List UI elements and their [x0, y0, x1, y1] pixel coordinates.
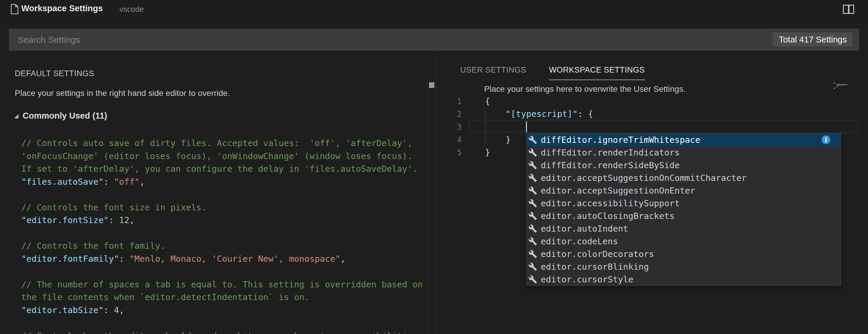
text-cursor — [526, 121, 527, 132]
wrench-icon — [528, 174, 537, 182]
left-scrollbar-track[interactable] — [427, 81, 436, 334]
wrench-icon — [528, 237, 537, 246]
split-editor-icon[interactable] — [843, 5, 854, 14]
suggest-item-label: editor.autoIndent — [541, 224, 628, 234]
minimap — [836, 86, 838, 87]
section-commonly-used[interactable]: ◢Commonly Used (11) — [14, 111, 107, 121]
suggest-item-label: editor.acceptSuggestionOnCommitCharacter — [541, 173, 747, 183]
default-settings-description: Place your settings in the right hand si… — [15, 89, 230, 98]
suggest-item[interactable]: editor.acceptSuggestionOnCommitCharacter — [526, 172, 841, 184]
collapse-triangle-icon: ◢ — [14, 113, 19, 119]
suggest-widget: diffEditor.ignoreTrimWhitespacei diffEdi… — [526, 133, 841, 286]
wrench-icon — [528, 224, 537, 233]
suggest-item-label: diffEditor.renderSideBySide — [541, 160, 680, 170]
suggest-item[interactable]: diffEditor.renderIndicators — [526, 146, 841, 159]
code-line: // Controls how the editor should render… — [21, 330, 427, 334]
info-icon[interactable]: i — [822, 135, 830, 144]
editor-line: 2 "[typescript]": { — [437, 108, 868, 120]
line-number: 4 — [437, 133, 462, 146]
total-settings-badge: Total 417 Settings — [773, 32, 852, 47]
suggest-item[interactable]: editor.autoIndent — [526, 222, 841, 235]
file-icon — [11, 4, 19, 14]
suggest-item[interactable]: diffEditor.renderSideBySide — [526, 159, 841, 172]
section-label: Commonly Used (11) — [23, 111, 107, 120]
editor-line: 1{ — [437, 95, 868, 108]
minimap — [834, 88, 835, 89]
tab-workspace-settings[interactable]: WORKSPACE SETTINGS — [549, 65, 645, 80]
minimap — [846, 84, 847, 85]
code-line: "files.autoSave": "off", — [21, 176, 427, 188]
code-line: 'onFocusChange' (editor loses focus), 'o… — [21, 150, 427, 163]
code-line: If set to 'afterDelay', you can configur… — [21, 162, 427, 176]
wrench-icon — [528, 148, 537, 157]
line-number: 1 — [437, 95, 462, 108]
line-number: 3 — [437, 121, 462, 133]
editor-line: 3 — [437, 121, 868, 133]
settings-search-bar: Total 417 Settings — [9, 29, 859, 51]
suggest-item[interactable]: editor.colorDecorators — [526, 247, 841, 260]
default-settings-editor[interactable]: // Controls auto save of dirty files. Ac… — [21, 137, 427, 334]
code-line — [21, 265, 427, 278]
wrench-icon — [528, 199, 537, 208]
suggest-item[interactable]: diffEditor.ignoreTrimWhitespacei — [526, 133, 841, 146]
suggest-item-label: editor.acceptSuggestionOnEnter — [541, 186, 695, 195]
suggest-item-label: editor.codeLens — [541, 236, 618, 246]
left-scrollbar-thumb[interactable] — [429, 82, 434, 88]
wrench-icon — [528, 212, 537, 220]
suggest-item[interactable]: editor.cursorBlinking — [526, 260, 841, 273]
suggest-item-label: editor.cursorStyle — [541, 274, 633, 284]
code-line: // Controls the font family. — [21, 240, 427, 252]
line-number: 2 — [437, 108, 462, 120]
code-line: "editor.tabSize": 4, — [21, 304, 427, 317]
suggest-item-label: editor.colorDecorators — [541, 249, 654, 259]
suggest-item[interactable]: editor.autoClosingBrackets — [526, 210, 841, 222]
tab-user-settings[interactable]: USER SETTINGS — [460, 65, 526, 79]
code-line: // Controls the font size in pixels. — [21, 201, 427, 214]
default-settings-heading: DEFAULT SETTINGS — [15, 69, 94, 78]
suggest-item[interactable]: editor.codeLens — [526, 235, 841, 247]
suggest-item-label: editor.autoClosingBrackets — [541, 211, 675, 221]
page-title-detail: .vscode — [117, 5, 144, 14]
wrench-icon — [528, 275, 537, 284]
code-line — [21, 227, 427, 240]
code-line: // Controls auto save of dirty files. Ac… — [21, 137, 427, 150]
code-line — [21, 188, 427, 201]
wrench-icon — [528, 262, 537, 271]
suggest-item[interactable]: editor.acceptSuggestionOnEnter — [526, 184, 841, 197]
code-line: the file contents when `editor.detectInd… — [21, 291, 427, 304]
code-line: "editor.fontSize": 12, — [21, 214, 427, 227]
minimap — [836, 84, 845, 85]
wrench-icon — [528, 161, 537, 170]
line-number: 5 — [437, 146, 462, 159]
title-bar: Workspace Settings .vscode — [0, 0, 868, 20]
minimap — [834, 82, 835, 84]
suggest-item-label: editor.cursorBlinking — [541, 262, 649, 272]
workspace-settings-description: Place your settings here to overwrite th… — [484, 84, 685, 94]
suggest-item-label: diffEditor.ignoreTrimWhitespace — [541, 135, 700, 145]
code-line: "editor.fontFamily": "Menlo, Monaco, 'Co… — [21, 252, 427, 266]
suggest-item-label: editor.accessibilitySupport — [541, 198, 680, 208]
wrench-icon — [528, 250, 537, 259]
suggest-item-label: diffEditor.renderIndicators — [541, 148, 680, 157]
code-line — [21, 316, 427, 330]
code-line: // The number of spaces a tab is equal t… — [21, 278, 427, 291]
wrench-icon — [528, 135, 537, 144]
suggest-item[interactable]: editor.accessibilitySupport — [526, 197, 841, 210]
page-title: Workspace Settings — [21, 4, 103, 13]
search-input[interactable] — [9, 29, 859, 51]
wrench-icon — [528, 186, 537, 195]
suggest-item[interactable]: editor.cursorStyle — [526, 273, 841, 285]
